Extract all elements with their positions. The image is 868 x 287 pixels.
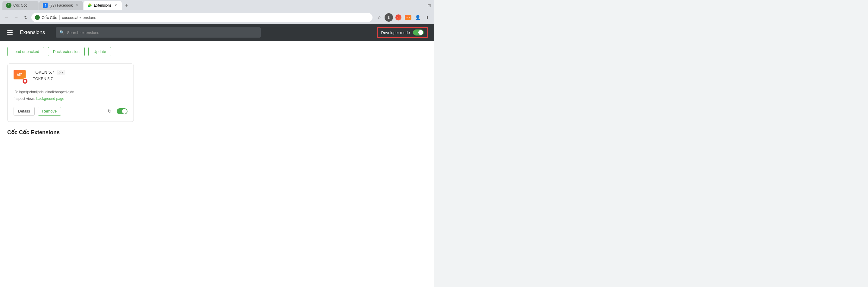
atp-main-icon: ATP [13,70,26,79]
inspect-views-row: Inspect views background page [13,96,127,102]
address-bar: ← → ↻ C Cốc Cốc | coccoc://extensions ☆ … [0,11,434,24]
load-unpacked-button[interactable]: Load unpacked [7,47,44,56]
menu-button[interactable] [6,29,14,36]
extension-details-info: ID: hgmfpchmljpdailalnaikbnbpcdjojdn Ins… [13,89,127,102]
profile-icon[interactable]: 👤 [413,13,422,22]
new-tab-button[interactable]: + [122,1,131,10]
window-controls: ⊡ [427,3,432,8]
remove-button[interactable]: Remove [38,107,61,115]
coccoc-favicon-icon: C [6,3,11,8]
coccoc-extensions-section-title: Cốc Cốc Extensions [7,129,427,136]
hamburger-line-3 [7,34,13,35]
hamburger-line-2 [7,32,13,33]
back-button[interactable]: ← [2,13,11,22]
search-input[interactable] [67,30,257,35]
tab-bar: C Cốc Cốc f (77) Facebook ✕ 🧩 Extensions… [0,0,434,11]
address-brand-label: Cốc Cốc [41,15,57,20]
address-input[interactable]: C Cốc Cốc | coccoc://extensions [31,13,373,22]
developer-mode-section: Developer mode [377,27,428,38]
window-restore-icon[interactable]: ⊡ [427,3,432,8]
page-title: Extensions [20,30,45,36]
developer-mode-toggle[interactable] [413,30,424,36]
bookmark-icon[interactable]: ☆ [375,13,383,22]
extension-card-token57: ATP TOKEN 5.7 5.7 TOKEN 5.7 ID: hgmf [7,64,134,122]
extension-enabled-toggle[interactable] [117,108,127,114]
card-actions-row: Details Remove ↻ [13,107,127,115]
extension-version-badge: 5.7 [57,70,65,75]
extensions-tab-title: Extensions [94,3,112,7]
download-icon[interactable]: ⬇ [384,13,393,22]
coccoc-download-icon[interactable]: ⬇ [423,13,432,22]
refresh-extension-button[interactable]: ↻ [105,107,114,115]
extension-info: TOKEN 5.7 5.7 TOKEN 5.7 [33,70,127,81]
extension-icon: ATP [13,70,28,84]
main-content: Load unpacked Pack extension Update ATP [0,41,434,287]
extensions-header: Extensions 🔍 Developer mode [0,24,434,41]
developer-mode-label: Developer mode [381,30,410,35]
facebook-tab-close-icon[interactable]: ✕ [74,3,79,8]
atp-toolbar-icon[interactable]: ATP [404,13,412,22]
extensions-page: Extensions 🔍 Developer mode Load unpacke… [0,24,434,287]
extension-id-label: ID: [13,90,19,94]
extension-name-row: TOKEN 5.7 5.7 [33,70,127,75]
extension-id-row: ID: hgmfpchmljpdailalnaikbnbpcdjojdn [13,89,127,96]
address-url: coccoc://extensions [62,15,96,20]
pack-extension-button[interactable]: Pack extension [48,47,85,56]
tab-facebook[interactable]: f (77) Facebook ✕ [39,1,83,10]
update-button[interactable]: Update [88,47,111,56]
action-buttons-row: Load unpacked Pack extension Update [7,47,427,56]
inspect-views-label: Inspect views [13,97,35,101]
extensions-favicon-icon: 🧩 [87,3,92,8]
atp-sub-icon [22,78,28,84]
extension-toggle-knob [122,109,127,114]
details-button[interactable]: Details [13,107,35,115]
extension-name: TOKEN 5.7 [33,70,54,75]
toolbar-icons: ☆ ⬇ C ATP 👤 ⬇ [375,13,432,22]
coccoc-ext-icon[interactable]: C [394,13,403,22]
tab-coccoc[interactable]: C Cốc Cốc [2,1,38,10]
atp-text-label: ATP [17,73,22,76]
address-separator: | [59,15,60,20]
atp-sub-dot [24,80,26,82]
extension-description: TOKEN 5.7 [33,76,53,81]
facebook-favicon-icon: f [43,3,48,8]
hamburger-line-1 [7,30,13,31]
forward-button[interactable]: → [12,13,21,22]
search-icon: 🔍 [59,30,64,35]
extension-id-value: hgmfpchmljpdailalnaikbnbpcdjojdn [19,90,74,94]
card-top: ATP TOKEN 5.7 5.7 TOKEN 5.7 [13,70,127,84]
address-brand-icon: C [35,15,40,20]
facebook-tab-title: (77) Facebook [50,3,73,7]
tab-extensions[interactable]: 🧩 Extensions ✕ [84,1,122,10]
developer-mode-toggle-knob [418,30,423,35]
extensions-tab-close-icon[interactable]: ✕ [113,3,118,8]
background-page-link[interactable]: background page [36,97,64,101]
reload-button[interactable]: ↻ [22,13,30,22]
search-box[interactable]: 🔍 [56,27,261,38]
coccoc-tab-title: Cốc Cốc [13,3,35,7]
